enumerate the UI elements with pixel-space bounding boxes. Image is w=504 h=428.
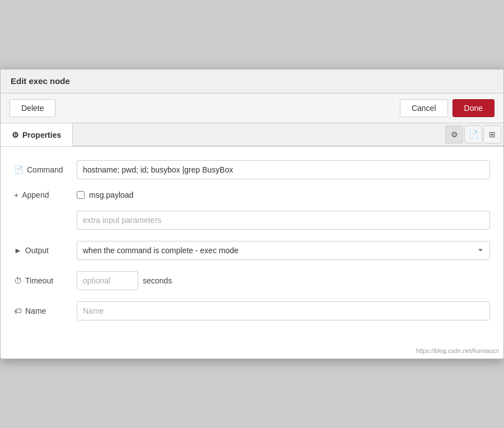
output-label: ► Output <box>14 246 70 255</box>
timeout-input-group: seconds <box>77 271 172 290</box>
output-select[interactable]: when the command is complete - exec mode… <box>77 241 490 260</box>
gear-icon: ⚙ <box>451 130 458 139</box>
title-bar: Edit exec node <box>1 69 503 94</box>
name-row: 🏷 Name <box>14 301 490 320</box>
timeout-label: ⏱ Timeout <box>14 276 70 285</box>
toolbar-left: Delete <box>10 99 55 117</box>
gear-icon-btn[interactable]: ⚙ <box>445 125 463 143</box>
dialog-title: Edit exec node <box>11 76 70 86</box>
output-icon: ► <box>14 246 22 255</box>
append-checkbox-group: msg.payload <box>77 190 133 199</box>
edit-exec-node-dialog: Edit exec node Delete Cancel Done ⚙ Prop… <box>0 69 504 359</box>
delete-button[interactable]: Delete <box>10 99 55 117</box>
append-row: + Append msg.payload <box>14 190 490 199</box>
name-input[interactable] <box>77 301 490 320</box>
append-checkbox[interactable] <box>77 191 85 199</box>
name-label: 🏷 Name <box>14 306 70 315</box>
tabs-bar: ⚙ Properties ⚙ 📄 ⊞ <box>1 123 503 147</box>
command-input[interactable] <box>77 160 490 179</box>
doc-icon: 📄 <box>469 130 478 139</box>
watermark: https://blog.csdn.net/liumiaocn <box>1 345 503 359</box>
extra-params-input[interactable] <box>77 211 490 230</box>
toolbar-right: Cancel Done <box>400 99 494 117</box>
layout-icon-btn[interactable]: ⊞ <box>483 125 501 143</box>
append-icon: + <box>14 190 18 199</box>
tab-icon-group: ⚙ 📄 ⊞ <box>443 123 503 146</box>
extra-params-row <box>77 211 490 230</box>
timeout-row: ⏱ Timeout seconds <box>14 271 490 290</box>
command-icon: 📄 <box>14 165 24 174</box>
command-label: 📄 Command <box>14 165 70 174</box>
output-row: ► Output when the command is complete - … <box>14 241 490 260</box>
name-icon: 🏷 <box>14 306 22 315</box>
done-button[interactable]: Done <box>452 99 494 117</box>
tab-properties[interactable]: ⚙ Properties <box>1 123 73 146</box>
dialog-toolbar: Delete Cancel Done <box>1 94 503 123</box>
tab-spacer <box>73 123 443 146</box>
properties-tab-icon: ⚙ <box>12 131 19 139</box>
timeout-icon: ⏱ <box>14 276 22 285</box>
timeout-unit-label: seconds <box>143 276 172 285</box>
append-label: + Append <box>14 190 70 199</box>
layout-icon: ⊞ <box>489 130 496 139</box>
timeout-input[interactable] <box>77 271 138 290</box>
cancel-button[interactable]: Cancel <box>400 99 448 117</box>
properties-tab-label: Properties <box>22 131 61 139</box>
append-checkbox-label: msg.payload <box>89 190 133 199</box>
dialog-body: 📄 Command + Append msg.payload ► Outpu <box>1 147 503 345</box>
command-row: 📄 Command <box>14 160 490 179</box>
doc-icon-btn[interactable]: 📄 <box>464 125 482 143</box>
